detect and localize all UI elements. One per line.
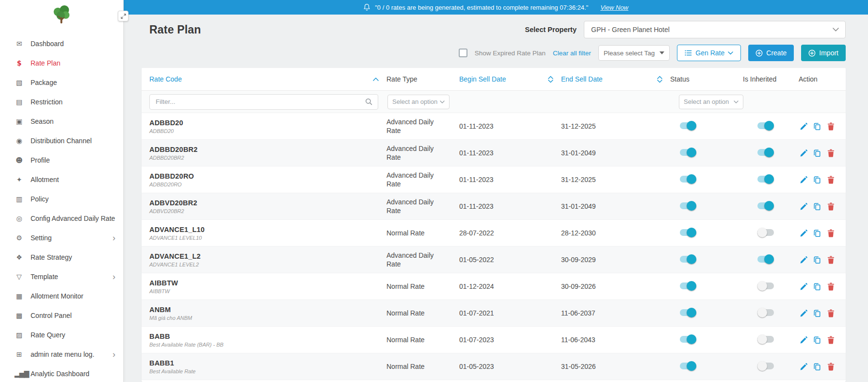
chevron-down-icon bbox=[728, 51, 733, 55]
view-now-link[interactable]: View Now bbox=[600, 4, 628, 11]
delete-button[interactable] bbox=[826, 361, 836, 372]
sidebar-item-policy[interactable]: ▥ Policy bbox=[0, 189, 123, 209]
copy-button[interactable] bbox=[812, 361, 822, 372]
edit-button[interactable] bbox=[799, 334, 808, 345]
tag-select[interactable]: Please select Tag bbox=[598, 45, 670, 61]
edit-button[interactable] bbox=[799, 148, 808, 158]
copy-button[interactable] bbox=[812, 174, 822, 185]
copy-icon bbox=[813, 282, 821, 291]
copy-icon bbox=[813, 256, 821, 264]
delete-button[interactable] bbox=[826, 174, 836, 185]
sidebar-item-dashboard[interactable]: ✉ Dashboard bbox=[0, 34, 123, 53]
end-sell-date-cell: 11-06-2037 bbox=[561, 309, 670, 317]
status-toggle[interactable] bbox=[680, 363, 696, 369]
sidebar-item-rate-strategy[interactable]: ❖ Rate Strategy bbox=[0, 248, 123, 267]
sidebar-item-season[interactable]: ▣ Season bbox=[0, 112, 123, 131]
sidebar-item-template[interactable]: ▽ Template › bbox=[0, 267, 123, 286]
property-select[interactable]: GPH - Green Planet Hotel bbox=[584, 21, 846, 38]
edit-button[interactable] bbox=[799, 361, 808, 372]
sidebar-item-config-advanced-daily-rate[interactable]: ◎ Config Advanced Daily Rate bbox=[0, 209, 123, 228]
status-toggle[interactable] bbox=[680, 282, 696, 289]
edit-button[interactable] bbox=[799, 121, 808, 132]
copy-button[interactable] bbox=[812, 121, 822, 132]
status-toggle[interactable] bbox=[680, 149, 696, 156]
copy-button[interactable] bbox=[812, 308, 822, 318]
sidebar-item-label: Config Advanced Daily Rate bbox=[31, 215, 115, 222]
copy-button[interactable] bbox=[812, 254, 822, 265]
edit-button[interactable] bbox=[799, 308, 808, 318]
inherited-toggle[interactable] bbox=[757, 176, 774, 183]
inherited-toggle[interactable] bbox=[757, 122, 774, 129]
sidebar-item-admin-rate-menu-log[interactable]: ⊞ admin rate menu log. › bbox=[0, 345, 123, 364]
delete-button[interactable] bbox=[826, 121, 836, 132]
clear-all-filter-link[interactable]: Clear all filter bbox=[553, 50, 591, 57]
end-sell-date-cell: 31-12-2025 bbox=[561, 176, 670, 183]
copy-button[interactable] bbox=[812, 228, 822, 238]
edit-button[interactable] bbox=[799, 281, 808, 292]
sidebar-item-rate-plan[interactable]: $ Rate Plan bbox=[0, 53, 123, 73]
sidebar-item-control-panel[interactable]: ▩ Control Panel bbox=[0, 306, 123, 325]
sidebar-item-setting[interactable]: ⚙ Setting › bbox=[0, 228, 123, 248]
sidebar-item-restriction[interactable]: ▤ Restriction bbox=[0, 92, 123, 112]
sidebar-item-distribution-channel[interactable]: ◉ Distribution Channel bbox=[0, 131, 123, 150]
restriction-icon: ▤ bbox=[15, 98, 23, 106]
delete-button[interactable] bbox=[826, 254, 836, 265]
inherited-toggle[interactable] bbox=[757, 202, 774, 209]
column-header-rate-code[interactable]: Rate Code bbox=[142, 75, 386, 83]
copy-button[interactable] bbox=[812, 334, 822, 345]
edit-button[interactable] bbox=[799, 228, 808, 238]
edit-button[interactable] bbox=[799, 174, 808, 185]
sidebar-item-allotment[interactable]: ✦ Allotment bbox=[0, 170, 123, 189]
rate-code-description: Mã giá cho ANBM bbox=[149, 315, 386, 321]
inherited-toggle[interactable] bbox=[757, 363, 774, 369]
status-toggle[interactable] bbox=[680, 309, 696, 316]
sidebar-item-rate-query[interactable]: ▨ Rate Query bbox=[0, 325, 123, 345]
inherited-toggle[interactable] bbox=[757, 229, 774, 236]
create-button[interactable]: Create bbox=[748, 45, 794, 61]
chevron-right-icon: › bbox=[113, 350, 115, 359]
column-header-end-sell-date[interactable]: End Sell Date bbox=[561, 75, 670, 83]
toggle-knob bbox=[687, 308, 696, 317]
sidebar-item-label: Dashboard bbox=[31, 40, 64, 48]
status-toggle[interactable] bbox=[680, 336, 696, 343]
sidebar-item-analytic-dashboard[interactable]: ▂▅▇ Analytic Dashboard bbox=[0, 364, 123, 382]
copy-button[interactable] bbox=[812, 201, 822, 212]
delete-button[interactable] bbox=[826, 201, 836, 212]
delete-button[interactable] bbox=[826, 281, 836, 292]
table-filter-row: Select an option Select an option bbox=[142, 91, 846, 113]
inherited-toggle[interactable] bbox=[757, 149, 774, 156]
delete-button[interactable] bbox=[826, 228, 836, 238]
status-toggle[interactable] bbox=[680, 202, 696, 209]
status-toggle[interactable] bbox=[680, 176, 696, 183]
column-header-begin-sell-date[interactable]: Begin Sell Date bbox=[459, 75, 561, 83]
edit-button[interactable] bbox=[799, 201, 808, 212]
sidebar-item-label: Control Panel bbox=[31, 312, 72, 319]
delete-button[interactable] bbox=[826, 308, 836, 318]
sidebar-item-package[interactable]: ▧ Package bbox=[0, 73, 123, 92]
rate-code-filter-input[interactable] bbox=[156, 98, 365, 105]
edit-button[interactable] bbox=[799, 254, 808, 265]
show-expired-checkbox[interactable] bbox=[459, 49, 467, 57]
delete-button[interactable] bbox=[826, 334, 836, 345]
import-button[interactable]: Import bbox=[801, 45, 846, 61]
copy-button[interactable] bbox=[812, 281, 822, 292]
rate-type-filter-select[interactable]: Select an option bbox=[387, 95, 450, 109]
sidebar-item-allotment-monitor[interactable]: ▦ Allotment Monitor bbox=[0, 286, 123, 306]
sidebar-item-profile[interactable]: ☻ Profile bbox=[0, 150, 123, 170]
toggle-knob bbox=[687, 201, 696, 211]
status-toggle[interactable] bbox=[680, 256, 696, 263]
gen-rate-button[interactable]: Gen Rate bbox=[677, 45, 741, 61]
action-cell bbox=[799, 361, 846, 372]
delete-button[interactable] bbox=[826, 148, 836, 158]
inherited-toggle[interactable] bbox=[757, 282, 774, 289]
copy-button[interactable] bbox=[812, 148, 822, 158]
pencil-icon bbox=[800, 176, 808, 184]
status-toggle[interactable] bbox=[680, 229, 696, 236]
status-toggle[interactable] bbox=[680, 122, 696, 129]
sidebar-collapse-button[interactable] bbox=[118, 11, 129, 21]
status-filter-select[interactable]: Select an option bbox=[679, 95, 743, 109]
rate-type-cell: Advanced Daily Rate bbox=[386, 144, 459, 162]
inherited-toggle[interactable] bbox=[757, 256, 774, 263]
inherited-toggle[interactable] bbox=[757, 336, 774, 343]
inherited-toggle[interactable] bbox=[757, 309, 774, 316]
